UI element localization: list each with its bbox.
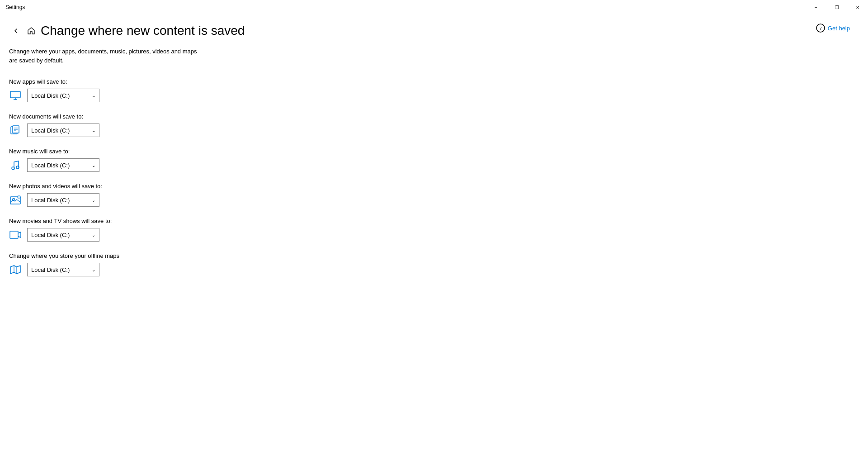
titlebar: Settings − ❐ ✕ [0, 0, 868, 14]
section-apps: New apps will save to: Local Disk (C:) ⌄ [9, 78, 850, 102]
section-row-documents: Local Disk (C:) ⌄ [9, 123, 850, 137]
dropdown-arrow-apps: ⌄ [92, 93, 95, 98]
section-label-music: New music will save to: [9, 148, 850, 155]
section-documents: New documents will save to: Local Disk (… [9, 113, 850, 137]
section-label-movies: New movies and TV shows will save to: [9, 218, 850, 224]
dropdown-apps[interactable]: Local Disk (C:) ⌄ [27, 89, 99, 102]
get-help-icon: ? [816, 24, 825, 33]
dropdown-value-maps: Local Disk (C:) [31, 266, 70, 273]
back-button[interactable] [9, 24, 23, 38]
page-header: Change where new content is saved [9, 24, 850, 38]
sections-container: New apps will save to: Local Disk (C:) ⌄… [9, 78, 850, 276]
dropdown-arrow-documents: ⌄ [92, 128, 95, 133]
dropdown-value-documents: Local Disk (C:) [31, 127, 70, 134]
dropdown-music[interactable]: Local Disk (C:) ⌄ [27, 158, 99, 172]
dropdown-photos[interactable]: Local Disk (C:) ⌄ [27, 193, 99, 207]
close-button[interactable]: ✕ [847, 0, 868, 14]
dropdown-maps[interactable]: Local Disk (C:) ⌄ [27, 263, 99, 276]
section-row-movies: Local Disk (C:) ⌄ [9, 228, 850, 242]
dropdown-value-photos: Local Disk (C:) [31, 197, 70, 204]
documents-icon [9, 125, 22, 135]
minimize-button[interactable]: − [806, 0, 826, 14]
svg-rect-2 [10, 91, 20, 98]
main-content: ? Get help Change where new content [0, 14, 868, 470]
page-title: Change where new content is saved [41, 24, 245, 38]
dropdown-value-music: Local Disk (C:) [31, 162, 70, 169]
titlebar-controls: − ❐ ✕ [806, 0, 868, 14]
section-row-apps: Local Disk (C:) ⌄ [9, 89, 850, 102]
section-label-maps: Change where you store your offline maps [9, 252, 850, 259]
section-row-music: Local Disk (C:) ⌄ [9, 158, 850, 172]
section-maps: Change where you store your offline maps… [9, 252, 850, 276]
dropdown-arrow-photos: ⌄ [92, 198, 95, 203]
get-help-section: ? Get help [816, 24, 850, 33]
titlebar-title: Settings [5, 4, 25, 10]
section-row-photos: Local Disk (C:) ⌄ [9, 193, 850, 207]
photos-icon [9, 195, 22, 204]
restore-button[interactable]: ❐ [826, 0, 847, 14]
dropdown-value-movies: Local Disk (C:) [31, 232, 70, 238]
get-help-link[interactable]: Get help [828, 25, 850, 32]
dropdown-arrow-music: ⌄ [92, 163, 95, 168]
movies-icon [9, 231, 22, 239]
dropdown-movies[interactable]: Local Disk (C:) ⌄ [27, 228, 99, 242]
content-area: ? Get help Change where new content [0, 14, 868, 470]
section-label-photos: New photos and videos will save to: [9, 183, 850, 190]
home-icon [27, 27, 35, 35]
section-label-apps: New apps will save to: [9, 78, 850, 85]
window: Settings − ❐ ✕ ? Get help [0, 0, 868, 470]
monitor-icon [9, 91, 22, 100]
section-photos: New photos and videos will save to: Loca… [9, 183, 850, 207]
music-icon [9, 160, 22, 170]
dropdown-documents[interactable]: Local Disk (C:) ⌄ [27, 123, 99, 137]
dropdown-arrow-maps: ⌄ [92, 267, 95, 272]
page-description: Change where your apps, documents, music… [9, 47, 280, 65]
section-label-documents: New documents will save to: [9, 113, 850, 120]
maps-icon [9, 265, 22, 275]
dropdown-arrow-movies: ⌄ [92, 233, 95, 237]
svg-rect-17 [10, 231, 18, 238]
section-row-maps: Local Disk (C:) ⌄ [9, 263, 850, 276]
svg-text:?: ? [819, 25, 821, 31]
section-movies: New movies and TV shows will save to: Lo… [9, 218, 850, 242]
dropdown-value-apps: Local Disk (C:) [31, 92, 70, 99]
section-music: New music will save to: Local Disk (C:) … [9, 148, 850, 172]
